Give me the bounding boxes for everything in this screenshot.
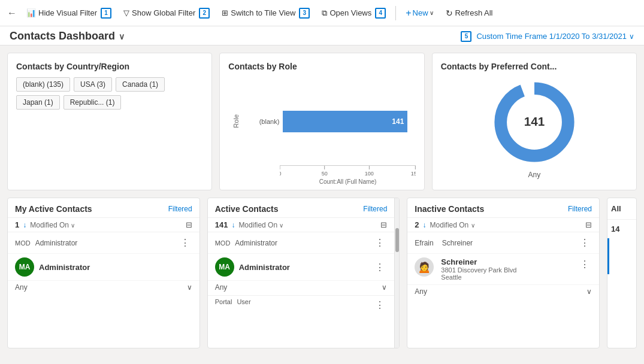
badge-4: 4 [375, 8, 386, 19]
back-button[interactable]: ← [5, 5, 19, 21]
inactive-count: 2 [415, 220, 419, 229]
active-contact-admin[interactable]: MA Administrator ⋮ [208, 254, 395, 281]
active-any: Any [215, 283, 228, 292]
inactive-filtered: Filtered [568, 205, 592, 213]
active-contact-name: Administrator [239, 263, 368, 272]
inactive-efrain-row[interactable]: Efrain Schreiner ⋮ [407, 232, 599, 254]
portal-ellipsis[interactable]: ⋮ [373, 298, 387, 312]
badge-3: 3 [299, 8, 310, 19]
active-tag-mod: MOD [215, 239, 231, 247]
my-active-count: 1 [15, 220, 19, 229]
time-frame-selector[interactable]: 5 Custom Time Frame 1/1/2020 To 3/31/202… [461, 31, 634, 42]
active-sort-icon: ↓ [231, 221, 235, 229]
inactive-any-row: Any ∨ [407, 285, 599, 299]
active-header: Active Contacts Filtered [208, 198, 395, 218]
my-active-filtered: Filtered [168, 205, 192, 213]
active-title: Active Contacts [215, 204, 279, 214]
active-contacts-card: Active Contacts Filtered 141 ↓ Modified … [207, 198, 400, 348]
active-ellipsis[interactable]: ⋮ [373, 236, 387, 250]
inactive-contact-info: Schreiner 3801 Discovery Park Blvd Seatt… [441, 257, 573, 281]
svg-text:100: 100 [365, 171, 374, 177]
active-avatar: MA [215, 257, 234, 277]
my-active-avatar: MA [15, 257, 34, 277]
inactive-last: Schreiner [442, 239, 573, 247]
active-indicator [607, 238, 609, 274]
inactive-city: Seattle [441, 274, 573, 281]
inactive-sort[interactable]: Modified On ∨ [430, 221, 475, 229]
time-frame-chevron[interactable]: ∨ [629, 32, 634, 41]
inactive-schreiner-row[interactable]: 🙍 Schreiner 3801 Discovery Park Blvd Sea… [407, 254, 599, 285]
my-active-any-row: Any ∨ [8, 281, 199, 295]
country-region-card: Contacts by Country/Region (blank) (135)… [7, 53, 212, 190]
all-partial-card: All 14 [607, 198, 637, 348]
show-global-filter-button[interactable]: ▽ Show Global Filter 2 [119, 5, 214, 21]
top-cards-row: Contacts by Country/Region (blank) (135)… [7, 53, 637, 190]
my-active-any-chevron[interactable]: ∨ [187, 283, 192, 292]
active-layout-icon[interactable]: ⊟ [380, 220, 387, 229]
sort-chevron: ∨ [71, 222, 75, 229]
my-active-title: My Active Contacts [15, 204, 92, 214]
inactive-efrain-ellipsis[interactable]: ⋮ [578, 236, 592, 250]
inactive-address: 3801 Discovery Park Blvd [441, 266, 573, 274]
toolbar: ← 📊 Hide Visual Filter 1 ▽ Show Global F… [0, 0, 644, 26]
my-active-contact-mod[interactable]: MOD Administrator ⋮ [8, 232, 199, 254]
inactive-layout-icon[interactable]: ⊟ [585, 220, 592, 229]
tag-canada[interactable]: Canada (1) [116, 77, 165, 92]
my-active-layout-icon[interactable]: ⊟ [186, 220, 192, 229]
scroll-thumb[interactable] [395, 228, 399, 252]
my-active-contact-admin[interactable]: MA Administrator [8, 254, 199, 281]
time-frame-text: Custom Time Frame 1/1/2020 To 3/31/2021 [476, 32, 627, 41]
active-sort-chevron: ∨ [279, 222, 283, 229]
contact-tag-mod: MOD [15, 239, 31, 247]
my-active-ellipsis[interactable]: ⋮ [178, 236, 192, 250]
active-count: 141 [215, 220, 228, 229]
my-active-header: My Active Contacts Filtered [8, 198, 199, 218]
dashboard-title-area: Contacts Dashboard ∨ [10, 30, 125, 43]
new-button[interactable]: + New ∨ [401, 5, 438, 21]
bar-value: 141 [392, 117, 404, 126]
bar-blank-label: (blank) [246, 118, 279, 125]
badge-2: 2 [199, 8, 210, 19]
donut-svg: 141 [486, 77, 582, 167]
inactive-avatar: 🙍 [415, 257, 434, 277]
active-portal-row: Portal User ⋮ [208, 295, 395, 314]
open-views-button[interactable]: ⧉ Open Views 4 [317, 5, 391, 21]
sub-header: Contacts Dashboard ∨ 5 Custom Time Frame… [0, 26, 644, 46]
divider [395, 6, 396, 20]
contact-name-mod: Administrator [35, 239, 173, 247]
dashboard-chevron[interactable]: ∨ [119, 32, 125, 41]
badge-5: 5 [461, 31, 471, 42]
new-dropdown-icon[interactable]: ∨ [430, 10, 434, 16]
donut-chart: 141 Any [441, 77, 628, 179]
active-contact-ellipsis[interactable]: ⋮ [373, 260, 387, 274]
tag-blank[interactable]: (blank) (135) [16, 77, 70, 92]
inactive-subheader: 2 ↓ Modified On ∨ ⊟ [407, 218, 599, 232]
hide-visual-filter-button[interactable]: 📊 Hide Visual Filter 1 [22, 5, 116, 21]
tag-usa[interactable]: USA (3) [74, 77, 112, 92]
preferred-card: Contacts by Preferred Cont... 141 Any [432, 53, 637, 190]
active-filtered: Filtered [363, 205, 387, 213]
x-axis-ticks: 0 50 100 150 [280, 166, 415, 178]
switch-tile-view-button[interactable]: ⊞ Switch to Tile View 3 [217, 5, 315, 21]
active-sort[interactable]: Modified On ∨ [238, 221, 283, 229]
donut-value: 141 [524, 114, 545, 128]
inactive-any-chevron[interactable]: ∨ [586, 287, 592, 296]
bar-bg: 141 [283, 111, 415, 132]
active-contact-mod[interactable]: MOD Administrator ⋮ [208, 232, 395, 254]
bar-fill: 141 [283, 111, 407, 132]
role-bar-chart: Role (blank) 141 [228, 77, 415, 185]
active-name-mod: Administrator [235, 239, 368, 247]
donut-label: Any [528, 171, 540, 179]
main-content: Contacts by Country/Region (blank) (135)… [0, 46, 644, 356]
my-active-sort[interactable]: Modified On ∨ [30, 221, 75, 229]
inactive-ellipsis[interactable]: ⋮ [578, 257, 592, 271]
refresh-icon: ↻ [446, 8, 453, 18]
inactive-contact-name: Schreiner [441, 257, 573, 266]
tag-republic[interactable]: Republic... (1) [64, 95, 122, 110]
inactive-sort-chevron: ∨ [471, 222, 475, 229]
user-label: User [237, 298, 250, 312]
refresh-all-button[interactable]: ↻ Refresh All [441, 6, 498, 20]
tag-japan[interactable]: Japan (1) [16, 95, 60, 110]
scroll-bar[interactable] [394, 198, 399, 348]
active-any-chevron[interactable]: ∨ [382, 283, 387, 292]
